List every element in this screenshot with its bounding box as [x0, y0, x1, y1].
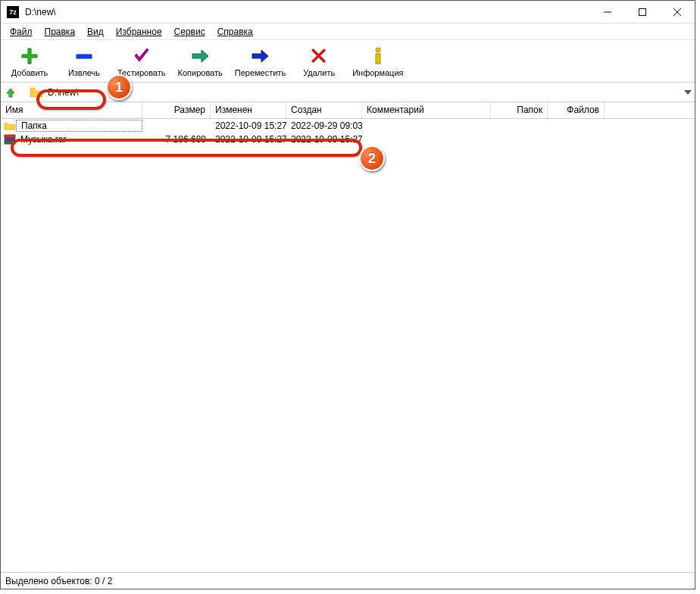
menu-tools[interactable]: Сервис [168, 27, 211, 37]
address-dropdown[interactable] [681, 83, 695, 102]
delete-button[interactable]: Удалить [292, 41, 346, 82]
svg-rect-8 [5, 135, 15, 138]
test-button[interactable]: Тестировать [111, 41, 172, 82]
svg-rect-9 [5, 141, 15, 144]
col-created[interactable]: Создан [286, 102, 362, 118]
archive-icon [4, 134, 16, 145]
titlebar: 7z D:\new\ [1, 1, 695, 23]
file-modified: 2022-10-09 15:27 [211, 134, 286, 145]
folder-icon [30, 87, 43, 98]
file-name: Музыка.rar [16, 134, 142, 145]
menu-favorites[interactable]: Избранное [110, 27, 168, 37]
plus-icon [19, 45, 40, 67]
menu-view[interactable]: Вид [81, 27, 110, 37]
address-path[interactable]: D:\new\ [46, 87, 681, 98]
col-size[interactable]: Размер [142, 102, 211, 118]
column-headers: Имя Размер Изменен Создан Комментарий Па… [1, 102, 695, 119]
arrow-right-dark-icon [249, 45, 270, 67]
file-modified: 2022-10-09 15:27 [211, 120, 286, 131]
col-files[interactable]: Файлов [548, 102, 605, 118]
svg-rect-6 [376, 54, 380, 64]
folder-icon [4, 120, 16, 131]
app-window: 7z D:\new\ Файл Правка Вид Избранное Сер… [0, 0, 695, 589]
minimize-button[interactable] [590, 1, 625, 23]
svg-rect-4 [77, 55, 92, 58]
col-comment[interactable]: Комментарий [362, 102, 491, 118]
menu-edit[interactable]: Правка [39, 27, 82, 37]
file-list[interactable]: Папка 2022-10-09 15:27 2022-09-29 09:03 … [1, 119, 695, 572]
info-button[interactable]: Информация [346, 41, 409, 82]
extract-button[interactable]: Извлечь [57, 41, 111, 82]
svg-point-5 [376, 48, 380, 52]
statusbar: Выделено объектов: 0 / 2 [1, 572, 695, 589]
arrow-right-icon [189, 45, 211, 67]
window-controls [590, 1, 695, 23]
svg-rect-1 [639, 8, 646, 15]
toolbar: Добавить Извлечь Тестировать Копировать … [1, 40, 695, 83]
col-folders[interactable]: Папок [491, 102, 548, 118]
info-icon [367, 45, 389, 67]
status-text: Выделено объектов: 0 / 2 [5, 576, 112, 586]
file-name: Папка [16, 120, 142, 132]
maximize-button[interactable] [625, 1, 660, 23]
copy-button[interactable]: Копировать [172, 41, 229, 82]
add-button[interactable]: Добавить [2, 41, 57, 82]
menu-help[interactable]: Справка [211, 27, 259, 37]
app-icon: 7z [7, 6, 19, 18]
file-size: 7 186 689 [142, 134, 211, 145]
col-name[interactable]: Имя [1, 102, 142, 118]
list-item[interactable]: Музыка.rar 7 186 689 2022-10-09 15:27 20… [1, 133, 695, 146]
file-created: 2022-09-29 09:03 [286, 120, 362, 131]
addressbar: D:\new\ [1, 83, 695, 102]
file-created: 2022-10-09 15:27 [286, 134, 362, 145]
list-item[interactable]: Папка 2022-10-09 15:27 2022-09-29 09:03 [1, 119, 695, 133]
window-title: D:\new\ [25, 7, 590, 17]
check-icon [131, 45, 152, 67]
menu-file[interactable]: Файл [4, 27, 39, 37]
col-modified[interactable]: Изменен [211, 102, 286, 118]
up-button[interactable] [2, 84, 19, 101]
close-button[interactable] [660, 1, 695, 23]
move-button[interactable]: Переместить [229, 41, 292, 82]
x-icon [308, 45, 330, 67]
minus-icon [73, 45, 95, 67]
menubar: Файл Правка Вид Избранное Сервис Справка [1, 23, 695, 40]
